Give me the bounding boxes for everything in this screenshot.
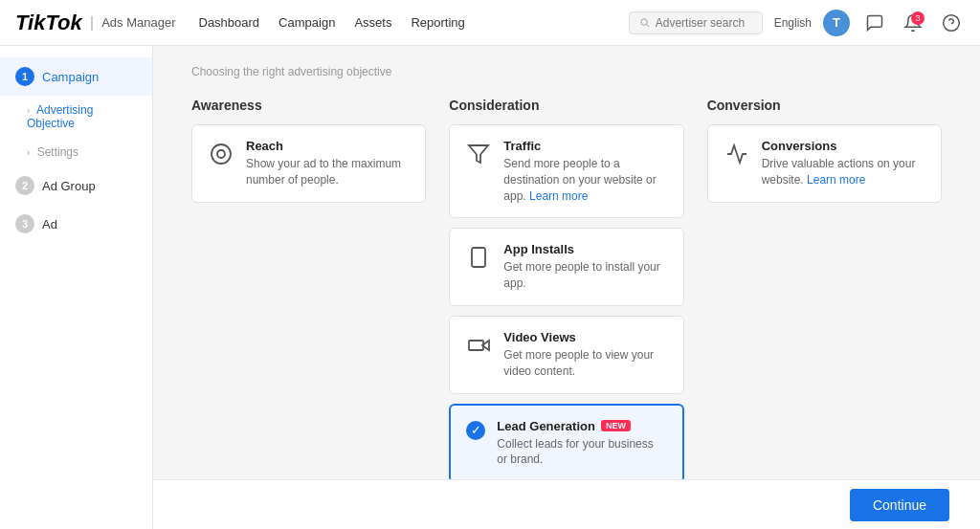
search-icon [639, 16, 650, 29]
conversions-title: Conversions [762, 139, 925, 153]
consideration-header: Consideration [449, 98, 683, 113]
video-views-card[interactable]: Video Views Get more people to view your… [449, 316, 683, 394]
nav-links: Dashboard Campaign Assets Reporting [199, 11, 465, 33]
reach-card-body: Reach Show your ad to the maximum number… [246, 139, 410, 188]
app-logo: TikTok | Ads Manager [15, 11, 176, 35]
conversions-card[interactable]: Conversions Drive valuable actions on yo… [707, 124, 942, 203]
top-navigation: TikTok | Ads Manager Dashboard Campaign … [0, 0, 980, 46]
app-installs-icon [465, 244, 492, 271]
search-bar[interactable] [629, 11, 763, 34]
bottom-bar: Continue [153, 479, 980, 529]
search-input[interactable] [656, 16, 752, 30]
lead-gen-body: Lead Generation NEW Collect leads for yo… [497, 419, 666, 469]
awareness-column: Awareness Reach Show your ad to the maxi… [191, 98, 426, 493]
svg-point-0 [640, 19, 646, 25]
continue-button[interactable]: Continue [850, 489, 949, 521]
video-views-title: Video Views [503, 330, 667, 344]
conversions-learn-more[interactable]: Learn more [807, 173, 865, 187]
avatar[interactable]: T [823, 10, 850, 36]
step1-label: Campaign [42, 70, 99, 84]
nav-right-section: English T 3 [629, 10, 965, 36]
notification-badge: 3 [911, 11, 924, 25]
notifications-icon[interactable]: 3 [900, 10, 926, 36]
main-layout: 1 Campaign › Advertising Objective › Set… [0, 46, 980, 529]
reach-desc: Show your ad to the maximum number of pe… [246, 156, 410, 188]
traffic-title: Traffic [503, 139, 667, 153]
app-installs-title: App Installs [503, 242, 667, 256]
selected-checkmark: ✓ [466, 421, 485, 440]
svg-rect-7 [472, 248, 485, 267]
video-views-icon [465, 332, 492, 359]
sidebar: 1 Campaign › Advertising Objective › Set… [0, 46, 153, 529]
page-subtitle: Choosing the right advertising objective [191, 65, 942, 78]
nav-reporting[interactable]: Reporting [411, 11, 464, 33]
step2-number: 2 [15, 176, 34, 195]
lead-generation-card[interactable]: ✓ Lead Generation NEW Collect leads for … [449, 404, 683, 484]
traffic-desc: Send more people to a destination on you… [503, 156, 667, 204]
svg-point-2 [944, 14, 960, 31]
svg-marker-6 [469, 145, 488, 163]
step3-number: 3 [15, 214, 34, 233]
svg-line-1 [646, 25, 649, 28]
conversions-desc: Drive valuable actions on your website. … [762, 156, 925, 188]
consideration-column: Consideration Traffic Send more people t… [449, 98, 683, 493]
step2-label: Ad Group [42, 179, 96, 193]
language-selector[interactable]: English [774, 16, 812, 30]
tiktok-icon: TikTok [15, 11, 82, 35]
traffic-card[interactable]: Traffic Send more people to a destinatio… [449, 124, 683, 218]
conversions-body: Conversions Drive valuable actions on yo… [762, 139, 925, 188]
traffic-icon [465, 141, 492, 167]
app-installs-body: App Installs Get more people to install … [503, 242, 667, 292]
step3-label: Ad [42, 217, 57, 231]
lead-gen-desc: Collect leads for your business or brand… [497, 436, 666, 469]
main-content: Choosing the right advertising objective… [153, 46, 980, 529]
conversion-header: Conversion [707, 98, 942, 113]
sidebar-sub-advertising-objective[interactable]: › Advertising Objective [0, 96, 152, 138]
reach-card[interactable]: Reach Show your ad to the maximum number… [191, 124, 426, 203]
reach-title: Reach [246, 139, 410, 153]
nav-assets[interactable]: Assets [354, 11, 391, 33]
messages-icon[interactable] [861, 10, 888, 36]
sidebar-sub-settings[interactable]: › Settings [0, 138, 152, 166]
app-installs-card[interactable]: App Installs Get more people to install … [449, 228, 683, 306]
svg-point-4 [212, 144, 231, 164]
awareness-header: Awareness [191, 98, 426, 113]
nav-campaign[interactable]: Campaign [278, 11, 335, 33]
new-badge: NEW [601, 420, 631, 431]
video-views-body: Video Views Get more people to view your… [503, 330, 667, 380]
sidebar-item-campaign[interactable]: 1 Campaign [0, 57, 152, 96]
help-icon[interactable] [938, 10, 965, 36]
conversions-icon [724, 141, 750, 167]
objectives-grid: Awareness Reach Show your ad to the maxi… [191, 98, 942, 493]
svg-point-5 [217, 150, 225, 158]
lead-gen-title: Lead Generation NEW [497, 419, 666, 433]
traffic-learn-more[interactable]: Learn more [529, 189, 588, 203]
step1-number: 1 [15, 67, 34, 86]
arrow-icon: › [27, 105, 30, 116]
ads-manager-label: Ads Manager [101, 15, 175, 30]
conversion-column: Conversion Conversions Drive valuable ac… [707, 98, 942, 493]
traffic-card-body: Traffic Send more people to a destinatio… [503, 139, 667, 204]
sidebar-item-ad[interactable]: 3 Ad [0, 205, 152, 243]
nav-dashboard[interactable]: Dashboard [199, 11, 260, 33]
app-installs-desc: Get more people to install your app. [503, 259, 667, 292]
arrow-icon-settings: › [27, 147, 30, 158]
reach-icon [208, 141, 234, 167]
video-views-desc: Get more people to view your video conte… [503, 347, 667, 380]
sidebar-item-ad-group[interactable]: 2 Ad Group [0, 166, 152, 205]
